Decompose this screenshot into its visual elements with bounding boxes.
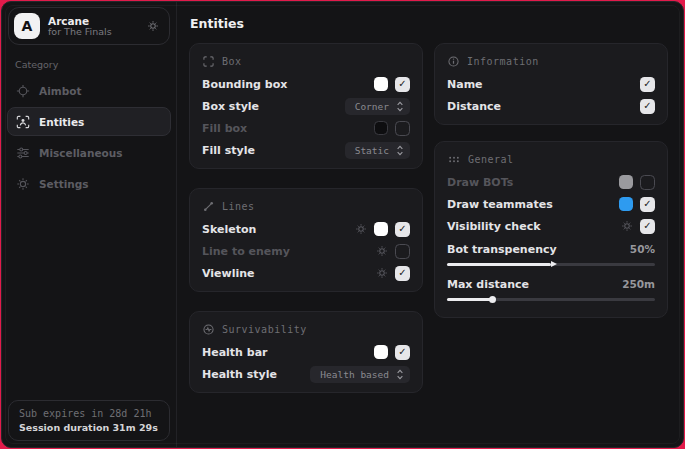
subscription-status-card: Sub expires in 28d 21h Session duration …	[8, 400, 170, 441]
updown-arrows-icon	[396, 369, 404, 380]
page-title: Entities	[190, 16, 668, 31]
row-visibility-check: Visibility check	[447, 215, 655, 237]
row-bounding-box: Bounding box	[202, 73, 410, 95]
row-label: Skeleton	[202, 223, 355, 236]
checkbox[interactable]	[395, 345, 410, 360]
row-label: Health bar	[202, 346, 374, 359]
slider-fill	[447, 298, 493, 301]
sidebar-item-entities[interactable]: Entities	[7, 107, 171, 136]
category-label: Category	[15, 59, 176, 70]
card-survivability: Survivability Health bar Health style He…	[189, 311, 423, 393]
health-style-dropdown[interactable]: Health based	[310, 366, 410, 383]
checkbox[interactable]	[640, 77, 655, 92]
row-label: Viewline	[202, 267, 376, 280]
bot-transpenency-slider[interactable]	[447, 263, 655, 266]
sidebar-item-label: Settings	[39, 178, 89, 190]
row-label: Draw BOTs	[447, 176, 619, 189]
pulse-icon	[203, 324, 214, 335]
scan-person-icon	[16, 115, 30, 129]
info-icon	[448, 56, 459, 67]
slider-fill	[447, 263, 551, 266]
row-label: Fill box	[202, 122, 374, 135]
color-swatch[interactable]	[619, 175, 633, 189]
row-label: Draw teammates	[447, 198, 619, 211]
row-label: Name	[447, 78, 640, 91]
card-title: Information	[467, 56, 539, 67]
row-health-bar: Health bar	[202, 341, 410, 363]
bot-transpenency-control: Bot transpenency 50%	[447, 240, 655, 266]
row-fill-style: Fill style Static	[202, 139, 410, 161]
settings-gear-icon[interactable]	[355, 223, 367, 235]
checkbox[interactable]	[640, 197, 655, 212]
card-box: Box Bounding box Box style Corner	[189, 43, 423, 169]
row-label: Line to enemy	[202, 245, 376, 258]
checkbox[interactable]	[640, 99, 655, 114]
sidebar-item-label: Aimbot	[39, 85, 81, 97]
main-content: Entities Box Bounding box	[177, 2, 683, 447]
row-label: Fill style	[202, 144, 345, 157]
checkbox[interactable]	[395, 266, 410, 281]
card-title: Box	[222, 56, 242, 67]
app-name: Arcane	[48, 15, 112, 27]
app-window: A Arcane for The Finals Category Aimbot	[1, 1, 684, 448]
checkbox[interactable]	[640, 175, 655, 190]
sidebar-item-label: Miscellaneous	[39, 147, 122, 159]
row-fill-box: Fill box	[202, 117, 410, 139]
row-label: Visibility check	[447, 220, 621, 233]
settings-gear-icon[interactable]	[376, 245, 388, 257]
settings-gear-icon[interactable]	[376, 267, 388, 279]
row-label: Bot transpenency	[447, 243, 630, 256]
card-lines: Lines Skeleton Line to enemy	[189, 188, 423, 292]
checkbox[interactable]	[395, 121, 410, 136]
color-swatch[interactable]	[374, 121, 388, 135]
checkbox[interactable]	[395, 222, 410, 237]
box-style-dropdown[interactable]: Corner	[345, 98, 410, 115]
color-swatch[interactable]	[374, 345, 388, 359]
desktop-background: A Arcane for The Finals Category Aimbot	[0, 0, 685, 449]
row-label: Box style	[202, 100, 345, 113]
session-duration-text: Session duration 31m 29s	[19, 422, 159, 433]
sidebar-item-label: Entities	[39, 116, 84, 128]
app-logo: A	[14, 13, 40, 39]
updown-arrows-icon	[396, 101, 404, 112]
sidebar-nav: Aimbot Entities Miscellaneous Settings	[2, 76, 176, 198]
card-title: Survivability	[222, 324, 307, 335]
crosshair-icon	[16, 84, 30, 98]
row-distance: Distance	[447, 95, 655, 117]
diagonal-line-icon	[203, 201, 214, 212]
checkbox[interactable]	[395, 244, 410, 259]
max-distance-slider[interactable]	[447, 298, 655, 301]
row-line-to-enemy: Line to enemy	[202, 240, 410, 262]
card-information: Information Name Distance	[434, 43, 668, 125]
row-health-style: Health style Health based	[202, 363, 410, 385]
card-title: General	[468, 154, 514, 165]
card-title: Lines	[222, 201, 255, 212]
fill-style-dropdown[interactable]: Static	[345, 142, 410, 159]
dots-grid-icon	[448, 154, 460, 165]
row-draw-bots: Draw BOTs	[447, 171, 655, 193]
checkbox[interactable]	[640, 219, 655, 234]
row-box-style: Box style Corner	[202, 95, 410, 117]
sidebar-item-settings[interactable]: Settings	[7, 169, 171, 198]
dropdown-value: Corner	[355, 101, 389, 112]
app-subtitle: for The Finals	[48, 27, 112, 38]
row-label: Bounding box	[202, 78, 374, 91]
gear-icon[interactable]	[147, 20, 159, 32]
row-skeleton: Skeleton	[202, 218, 410, 240]
sidebar: A Arcane for The Finals Category Aimbot	[2, 2, 177, 447]
slider-value: 250m	[622, 278, 655, 290]
card-general: General Draw BOTs Draw teammates	[434, 141, 668, 318]
sub-expiry-text: Sub expires in 28d 21h	[19, 408, 159, 419]
checkbox[interactable]	[395, 77, 410, 92]
max-distance-control: Max distance 250m	[447, 275, 655, 301]
row-label: Health style	[202, 368, 310, 381]
dropdown-value: Health based	[320, 369, 389, 380]
color-swatch[interactable]	[374, 222, 388, 236]
row-viewline: Viewline	[202, 262, 410, 284]
updown-arrows-icon	[396, 145, 404, 156]
settings-gear-icon[interactable]	[621, 220, 633, 232]
sidebar-item-aimbot[interactable]: Aimbot	[7, 76, 171, 105]
color-swatch[interactable]	[619, 197, 633, 211]
color-swatch[interactable]	[374, 77, 388, 91]
sidebar-item-miscellaneous[interactable]: Miscellaneous	[7, 138, 171, 167]
